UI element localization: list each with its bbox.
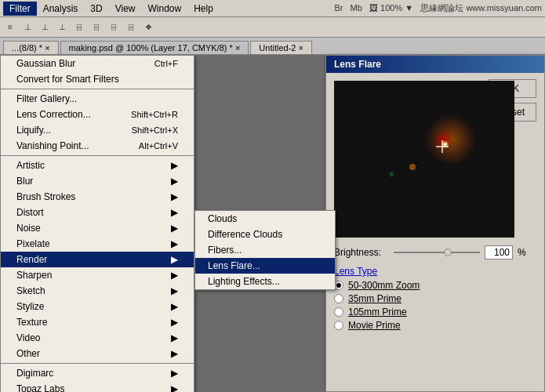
menu-vanishing-point[interactable]: Vanishing Point... Alt+Ctrl+V [1, 138, 194, 154]
lens-flare-preview[interactable] [334, 81, 514, 238]
dialog-title: Lens Flare [326, 56, 544, 73]
menu-distort[interactable]: Distort ▶ [1, 205, 194, 220]
submenu-difference-clouds[interactable]: Difference Clouds [195, 227, 335, 242]
divider-1 [1, 89, 194, 89]
svg-point-7 [416, 155, 431, 169]
toolbar-icon-3[interactable]: ⊥ [38, 20, 52, 34]
radio-movie-circle[interactable] [334, 321, 343, 330]
menu-sharpen[interactable]: Sharpen ▶ [1, 267, 194, 283]
filter-dropdown: Gaussian Blur Ctrl+F Convert for Smart F… [0, 55, 194, 392]
slider-track [394, 252, 480, 253]
brightness-input[interactable] [485, 245, 513, 260]
tab-bar: ...(8/8) * × making.psd @ 100% (Layer 17… [0, 38, 545, 55]
toolbar-icon-6[interactable]: ⌸ [89, 20, 104, 34]
render-submenu: Clouds Difference Clouds Fibers... Lens … [194, 210, 336, 290]
toolbar: ≡ ⊥ ⊥ ⊥ ⌸ ⌸ ⌸ ⌸ ❖ [0, 17, 545, 38]
divider-2 [1, 155, 194, 156]
menu-noise[interactable]: Noise ▶ [1, 220, 194, 236]
tab-3[interactable]: Untitled-2 × [250, 41, 312, 54]
menu-help[interactable]: Help [187, 2, 220, 16]
toolbar-icon-9[interactable]: ❖ [141, 20, 155, 34]
menu-bar: Filter Analysis 3D View Window Help Br M… [0, 0, 545, 17]
radio-105mm-circle[interactable] [334, 307, 343, 317]
toolbar-icon-1[interactable]: ≡ [3, 20, 17, 34]
toolbar-icon-2[interactable]: ⊥ [20, 20, 35, 34]
divider-3 [1, 363, 194, 364]
menu-brush-strokes[interactable]: Brush Strokes ▶ [1, 189, 194, 205]
svg-point-8 [409, 164, 416, 170]
lens-type-section: Lens Type 50-300mm Zoom 35mm Prime 105mm… [334, 266, 536, 331]
menu-stylize[interactable]: Stylize ▶ [1, 299, 194, 314]
menu-analysis[interactable]: Analysis [37, 2, 85, 16]
radio-35mm-label: 35mm Prime [348, 293, 401, 304]
radio-35mm-circle[interactable] [334, 294, 343, 303]
submenu-lighting-effects[interactable]: Lighting Effects... [195, 274, 335, 289]
brightness-row: Brightness: % [334, 245, 536, 260]
slider-thumb[interactable] [444, 249, 452, 256]
menu-blur[interactable]: Blur ▶ [1, 173, 194, 189]
lens-flare-dialog: Lens Flare OK Reset [325, 55, 545, 392]
brightness-label: Brightness: [334, 247, 389, 258]
radio-105mm-label: 105mm Prime [348, 307, 407, 318]
pct-label: % [518, 247, 526, 258]
submenu-clouds[interactable]: Clouds [195, 211, 335, 227]
submenu-fibers[interactable]: Fibers... [195, 242, 335, 258]
dialog-body: Brightness: % Lens Type 50-300mm Zoom 35… [326, 73, 544, 341]
menu-artistic[interactable]: Artistic ▶ [1, 158, 194, 173]
right-info: Br Mb 🖼 100% ▼ 思緣網論坛 www.missyuan.com [334, 2, 542, 14]
toolbar-icon-8[interactable]: ⌸ [124, 20, 138, 34]
lens-type-title: Lens Type [334, 266, 536, 277]
menu-video[interactable]: Video ▶ [1, 330, 194, 346]
menu-topaz[interactable]: Topaz Labs ▶ [1, 381, 194, 392]
menu-lens-correction[interactable]: Lens Correction... Shift+Ctrl+R [1, 107, 194, 122]
main-content: Gaussian Blur Ctrl+F Convert for Smart F… [0, 55, 545, 392]
menu-texture[interactable]: Texture ▶ [1, 314, 194, 330]
tab-2[interactable]: making.psd @ 100% (Layer 17, CMYK/8) * × [60, 41, 249, 54]
radio-105mm[interactable]: 105mm Prime [334, 307, 536, 318]
menu-other[interactable]: Other ▶ [1, 346, 194, 361]
menu-liquify[interactable]: Liquify... Shift+Ctrl+X [1, 122, 194, 138]
svg-point-6 [380, 154, 414, 189]
toolbar-icon-7[interactable]: ⌸ [107, 20, 121, 34]
menu-digimarc[interactable]: Digimarc ▶ [1, 365, 194, 381]
radio-movie-prime[interactable]: Movie Prime [334, 320, 536, 331]
radio-50-300-label: 50-300mm Zoom [348, 280, 420, 291]
menu-convert-smart[interactable]: Convert for Smart Filters [1, 71, 194, 87]
tab-1[interactable]: ...(8/8) * × [3, 41, 59, 54]
menu-3d[interactable]: 3D [84, 2, 108, 16]
menu-filter-gallery[interactable]: Filter Gallery... [1, 91, 194, 107]
brightness-slider[interactable] [394, 247, 480, 258]
menu-filter[interactable]: Filter [3, 2, 37, 16]
radio-35mm[interactable]: 35mm Prime [334, 293, 536, 304]
submenu-lens-flare[interactable]: Lens Flare... [195, 258, 335, 274]
menu-render[interactable]: Render ▶ [1, 252, 194, 267]
toolbar-icon-4[interactable]: ⊥ [55, 20, 69, 34]
menu-gaussian-blur[interactable]: Gaussian Blur Ctrl+F [1, 56, 194, 71]
menu-window[interactable]: Window [142, 2, 188, 16]
radio-50-300[interactable]: 50-300mm Zoom [334, 280, 536, 291]
menu-pixelate[interactable]: Pixelate ▶ [1, 236, 194, 252]
toolbar-icon-5[interactable]: ⌸ [72, 20, 86, 34]
menu-sketch[interactable]: Sketch ▶ [1, 283, 194, 299]
menu-view[interactable]: View [109, 2, 142, 16]
radio-movie-label: Movie Prime [348, 320, 401, 331]
